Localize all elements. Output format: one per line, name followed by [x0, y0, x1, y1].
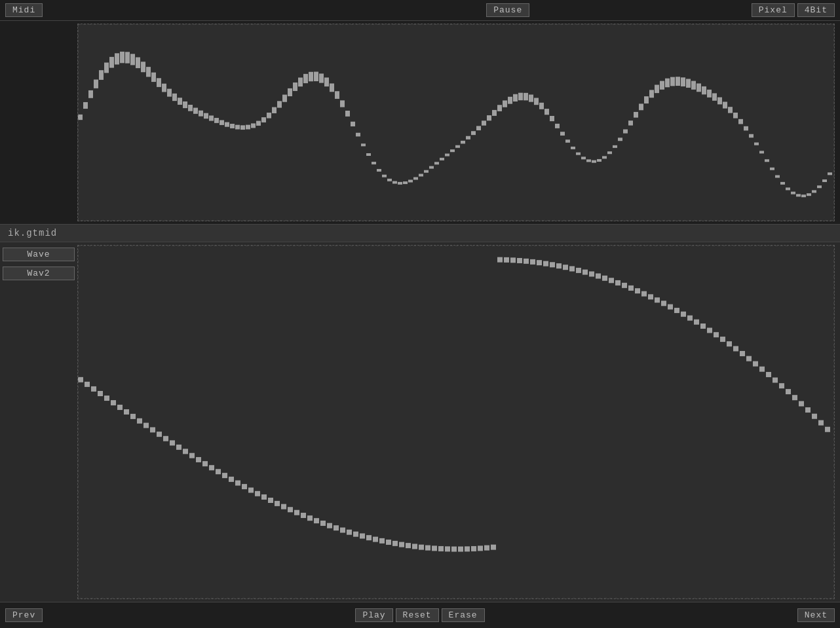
- filename-label: ik.gtmid: [8, 228, 57, 238]
- main-content: Wave Wav2: [0, 242, 840, 602]
- main-section: Wave Wav2 Prev Play Reset Erase Next: [0, 242, 840, 628]
- prev-button[interactable]: Prev: [5, 608, 43, 622]
- fourbit-button[interactable]: 4Bit: [797, 3, 835, 17]
- curve-canvas: [78, 246, 834, 599]
- erase-button[interactable]: Erase: [442, 608, 485, 622]
- center-buttons: Play Reset Erase: [355, 608, 484, 622]
- right-buttons: Pixel 4Bit: [752, 3, 835, 17]
- side-labels: Wave Wav2: [0, 242, 77, 602]
- curve-display: [77, 245, 835, 599]
- pause-button[interactable]: Pause: [486, 3, 529, 17]
- top-bar: Midi Pause Pixel 4Bit: [0, 0, 840, 21]
- wav2-button[interactable]: Wav2: [3, 267, 75, 280]
- pixel-button[interactable]: Pixel: [752, 3, 795, 17]
- bottom-bar: Prev Play Reset Erase Next: [0, 602, 840, 628]
- play-button[interactable]: Play: [355, 608, 392, 622]
- reset-button[interactable]: Reset: [396, 608, 439, 622]
- midi-button[interactable]: Midi: [5, 3, 43, 17]
- wave-button[interactable]: Wave: [3, 248, 75, 261]
- app-container: Midi Pause Pixel 4Bit ik.gtmid Wave Wav2: [0, 0, 840, 628]
- waveform-canvas: [78, 24, 834, 221]
- waveform-display: [77, 24, 835, 221]
- filename-bar: ik.gtmid: [0, 224, 840, 242]
- next-button[interactable]: Next: [797, 608, 835, 622]
- waveform-section: [0, 21, 840, 224]
